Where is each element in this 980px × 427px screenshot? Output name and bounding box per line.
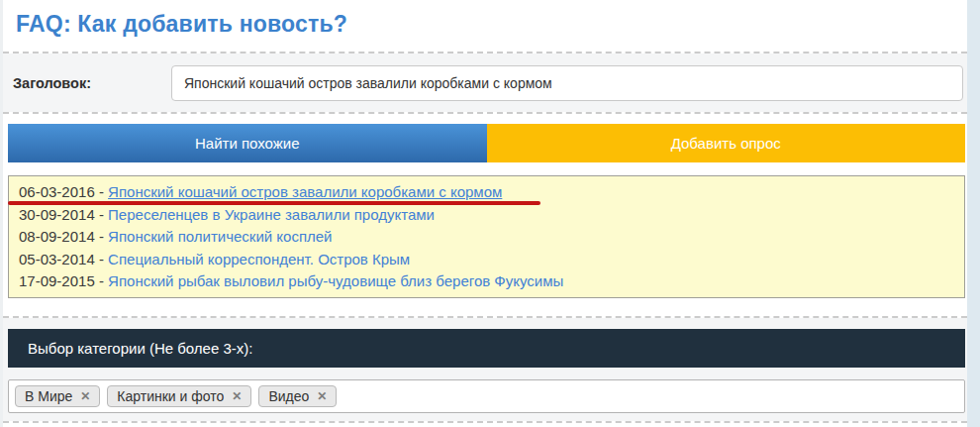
date-separator: - [99,272,104,289]
date-separator: - [99,228,104,245]
tag-remove-icon[interactable]: ✕ [232,390,242,402]
red-underline-annotation [8,201,540,205]
tag-remove-icon[interactable]: ✕ [80,390,90,402]
date-separator: - [99,183,104,200]
category-tag: Картинки и фото ✕ [107,385,251,407]
category-tag: Видео ✕ [258,385,337,407]
right-edge-strip [967,0,980,427]
content-area: FAQ: Как добавить новость? Заголовок: На… [3,0,967,427]
category-tags-container[interactable]: В Мире ✕ Картинки и фото ✕ Видео ✕ [8,379,965,413]
news-date: 06-03-2016 [19,183,95,200]
add-poll-button[interactable]: Добавить опрос [487,124,966,162]
find-similar-button[interactable]: Найти похожие [8,124,487,162]
headline-input[interactable] [171,65,963,101]
news-link[interactable]: Японский рыбак выловил рыбу-чудовище бли… [108,272,563,289]
category-header-bar: Выбор категории (Не более 3-х): [8,329,965,368]
tag-label: В Мире [25,388,72,404]
news-link[interactable]: Японский кошачий остров завалили коробка… [108,183,502,200]
list-item: 05-03-2014 - Специальный корреспондент. … [9,249,964,271]
list-item: 08-09-2014 - Японский политический коспл… [9,226,964,249]
news-date: 30-09-2014 [19,206,95,223]
news-date: 05-03-2014 [19,251,95,267]
date-separator: - [99,206,104,223]
similar-news-list: 06-03-2016 - Японский кошачий остров зав… [8,175,965,298]
list-item: 30-09-2014 - Переселенцев в Украине зава… [9,204,964,227]
tag-remove-icon[interactable]: ✕ [317,390,327,402]
date-separator: - [99,251,104,267]
action-buttons-row: Найти похожие Добавить опрос [8,124,965,162]
news-link[interactable]: Японский политический косплей [108,228,332,245]
news-date: 17-09-2015 [19,272,95,289]
list-item: 17-09-2015 - Японский рыбак выловил рыбу… [9,270,964,293]
headline-label: Заголовок: [13,75,171,91]
tag-label: Видео [268,388,309,404]
page-title: FAQ: Как добавить новость? [16,11,967,38]
news-link[interactable]: Переселенцев в Украине завалили продукта… [108,206,435,223]
news-date: 08-09-2014 [19,228,95,245]
main-section: Найти похожие Добавить опрос 06-03-2016 … [3,114,967,316]
news-link[interactable]: Специальный корреспондент. Остров Крым [108,251,410,267]
category-section: Выбор категории (Не более 3-х): В Мире ✕… [3,318,967,421]
headline-section: Заголовок: [3,53,967,112]
tag-label: Картинки и фото [117,388,224,404]
title-section: FAQ: Как добавить новость? [3,0,967,52]
page: FAQ: Как добавить новость? Заголовок: На… [0,0,980,427]
category-tag: В Мире ✕ [15,385,100,407]
dashed-divider [3,421,967,423]
